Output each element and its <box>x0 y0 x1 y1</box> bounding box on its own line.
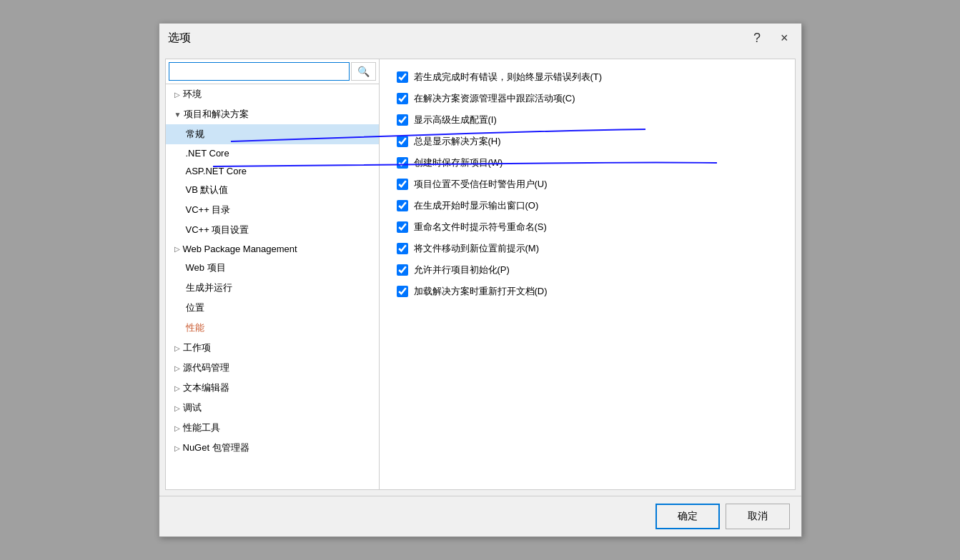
checkbox-opt8[interactable] <box>397 221 408 233</box>
option-label-opt3: 显示高级生成配置(I) <box>414 114 497 126</box>
tree-label-debug: 调试 <box>183 401 202 414</box>
tree-item-source-ctrl[interactable]: ▷ 源代码管理 <box>166 358 379 378</box>
option-row-opt10: 允许并行项目初始化(P) <box>397 264 778 276</box>
tree-label-asp-net-core: ASP.NET Core <box>186 166 247 176</box>
tree-label-location: 位置 <box>186 301 204 314</box>
tree-label-vc-project: VC++ 项目设置 <box>186 224 249 236</box>
dialog-body: 🔍 ▷ 环境▼ 项目和解决方案常规.NET CoreASP.NET CoreVB… <box>159 53 801 496</box>
checkbox-opt10[interactable] <box>397 264 408 276</box>
option-row-opt5: 创建时保存新项目(W) <box>397 156 778 169</box>
option-label-opt5: 创建时保存新项目(W) <box>414 156 503 169</box>
tree-arrow-web-pkg: ▷ <box>174 245 180 253</box>
tree-label-vb-default: VB 默认值 <box>186 184 229 196</box>
option-label-opt7: 在生成开始时显示输出窗口(O) <box>414 199 539 212</box>
option-row-opt2: 在解决方案资源管理器中跟踪活动项(C) <box>397 92 778 105</box>
checkbox-opt6[interactable] <box>397 179 408 190</box>
tree-arrow-nuget: ▷ <box>174 444 180 452</box>
title-buttons: ? × <box>749 29 793 47</box>
option-label-opt2: 在解决方案资源管理器中跟踪活动项(C) <box>414 92 575 105</box>
checkbox-opt11[interactable] <box>397 286 408 297</box>
option-row-opt4: 总是显示解决方案(H) <box>397 135 778 148</box>
option-label-opt11: 加载解决方案时重新打开文档(D) <box>414 285 548 298</box>
tree-label-source-ctrl: 源代码管理 <box>183 361 229 374</box>
tree-item-perf-tools[interactable]: ▷ 性能工具 <box>166 418 379 438</box>
option-row-opt7: 在生成开始时显示输出窗口(O) <box>397 199 778 212</box>
tree-label-nuget: NuGet 包管理器 <box>183 441 249 454</box>
option-row-opt1: 若生成完成时有错误，则始终显示错误列表(T) <box>397 71 778 84</box>
option-label-opt9: 将文件移动到新位置前提示(M) <box>414 242 540 255</box>
tree-item-text-editor[interactable]: ▷ 文本编辑器 <box>166 378 379 398</box>
search-box: 🔍 <box>166 59 379 84</box>
tree-label-web-project: Web 项目 <box>186 261 226 274</box>
dialog-title: 选项 <box>168 31 191 46</box>
checkbox-opt3[interactable] <box>397 114 408 126</box>
checkbox-opt5[interactable] <box>397 157 408 169</box>
tree-label-performance: 性能 <box>186 321 204 334</box>
left-panel: 🔍 ▷ 环境▼ 项目和解决方案常规.NET CoreASP.NET CoreVB… <box>165 59 380 490</box>
tree-item-net-core[interactable]: .NET Core <box>166 144 379 162</box>
checkbox-opt4[interactable] <box>397 136 408 147</box>
option-label-opt1: 若生成完成时有错误，则始终显示错误列表(T) <box>414 71 603 84</box>
tree-label-text-editor: 文本编辑器 <box>183 381 229 394</box>
tree-label-vc-dir: VC++ 目录 <box>186 204 231 216</box>
tree-item-performance[interactable]: 性能 <box>166 318 379 338</box>
search-button[interactable]: 🔍 <box>351 62 376 81</box>
right-panel: 若生成完成时有错误，则始终显示错误列表(T)在解决方案资源管理器中跟踪活动项(C… <box>380 59 796 490</box>
tree-item-web-pkg[interactable]: ▷ Web Package Management <box>166 240 379 258</box>
tree-item-general[interactable]: 常规 <box>166 124 379 144</box>
tree-label-perf-tools: 性能工具 <box>183 421 220 434</box>
tree-arrow-debug: ▷ <box>174 404 180 412</box>
tree-item-work-items[interactable]: ▷ 工作项 <box>166 338 379 358</box>
tree-item-nuget[interactable]: ▷ NuGet 包管理器 <box>166 438 379 458</box>
tree: ▷ 环境▼ 项目和解决方案常规.NET CoreASP.NET CoreVB 默… <box>166 84 379 489</box>
tree-item-debug[interactable]: ▷ 调试 <box>166 398 379 418</box>
dialog-footer: 确定 取消 <box>159 496 801 536</box>
option-label-opt4: 总是显示解决方案(H) <box>414 135 501 148</box>
option-row-opt8: 重命名文件时提示符号重命名(S) <box>397 221 778 234</box>
tree-arrow-text-editor: ▷ <box>174 384 180 392</box>
help-button[interactable]: ? <box>749 29 765 47</box>
tree-item-env[interactable]: ▷ 环境 <box>166 84 379 104</box>
option-label-opt10: 允许并行项目初始化(P) <box>414 264 510 276</box>
tree-arrow-perf-tools: ▷ <box>174 424 180 432</box>
option-row-opt11: 加载解决方案时重新打开文档(D) <box>397 285 778 298</box>
tree-label-env: 环境 <box>183 88 202 101</box>
tree-item-vb-default[interactable]: VB 默认值 <box>166 180 379 200</box>
tree-arrow-env: ▷ <box>174 91 180 99</box>
tree-label-build-run: 生成并运行 <box>186 281 232 294</box>
tree-item-build-run[interactable]: 生成并运行 <box>166 278 379 298</box>
option-row-opt6: 项目位置不受信任时警告用户(U) <box>397 178 778 191</box>
options-dialog: 选项 ? × 🔍 ▷ 环境▼ 项目和解决方案常规.NET CoreASP.NET… <box>159 23 802 537</box>
tree-arrow-source-ctrl: ▷ <box>174 364 180 372</box>
option-label-opt6: 项目位置不受信任时警告用户(U) <box>414 178 548 191</box>
tree-label-web-pkg: Web Package Management <box>183 244 297 254</box>
checkbox-opt9[interactable] <box>397 243 408 254</box>
ok-button[interactable]: 确定 <box>655 504 720 529</box>
tree-item-asp-net-core[interactable]: ASP.NET Core <box>166 162 379 180</box>
checkbox-opt1[interactable] <box>397 71 408 83</box>
tree-item-web-project[interactable]: Web 项目 <box>166 258 379 278</box>
tree-arrow-project-solution: ▼ <box>174 111 182 119</box>
tree-label-general: 常规 <box>186 128 204 141</box>
tree-item-project-solution[interactable]: ▼ 项目和解决方案 <box>166 104 379 124</box>
tree-label-work-items: 工作项 <box>183 341 211 354</box>
tree-label-project-solution: 项目和解决方案 <box>184 108 249 121</box>
checkbox-opt2[interactable] <box>397 93 408 104</box>
tree-label-net-core: .NET Core <box>186 148 229 159</box>
close-button[interactable]: × <box>776 29 793 47</box>
option-row-opt9: 将文件移动到新位置前提示(M) <box>397 242 778 255</box>
checkbox-opt7[interactable] <box>397 200 408 211</box>
tree-item-vc-project[interactable]: VC++ 项目设置 <box>166 220 379 240</box>
title-bar: 选项 ? × <box>159 24 801 53</box>
search-input[interactable] <box>169 62 350 81</box>
tree-item-location[interactable]: 位置 <box>166 298 379 318</box>
tree-arrow-work-items: ▷ <box>174 344 180 352</box>
option-row-opt3: 显示高级生成配置(I) <box>397 114 778 126</box>
tree-item-vc-dir[interactable]: VC++ 目录 <box>166 200 379 220</box>
cancel-button[interactable]: 取消 <box>726 504 790 529</box>
option-label-opt8: 重命名文件时提示符号重命名(S) <box>414 221 547 234</box>
